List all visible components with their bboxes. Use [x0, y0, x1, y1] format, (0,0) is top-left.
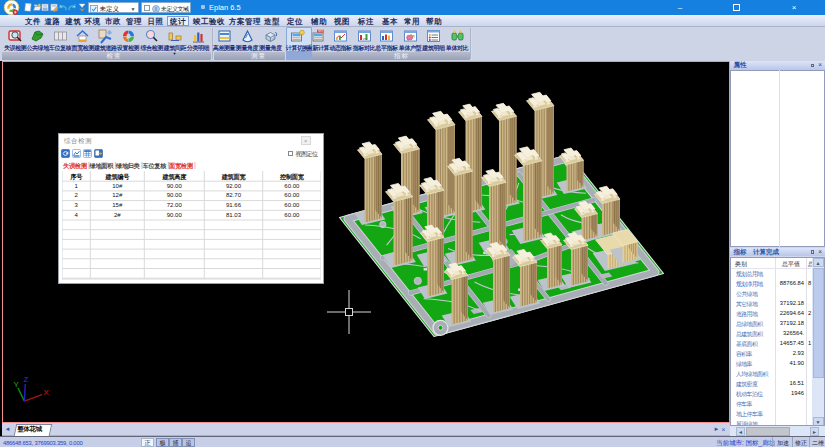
- svg-text:NEW: NEW: [317, 29, 324, 33]
- svg-text:Y: Y: [13, 380, 19, 389]
- svg-text:X: X: [43, 388, 49, 397]
- svg-text:vs: vs: [362, 35, 366, 40]
- svg-text:Z: Z: [23, 375, 28, 384]
